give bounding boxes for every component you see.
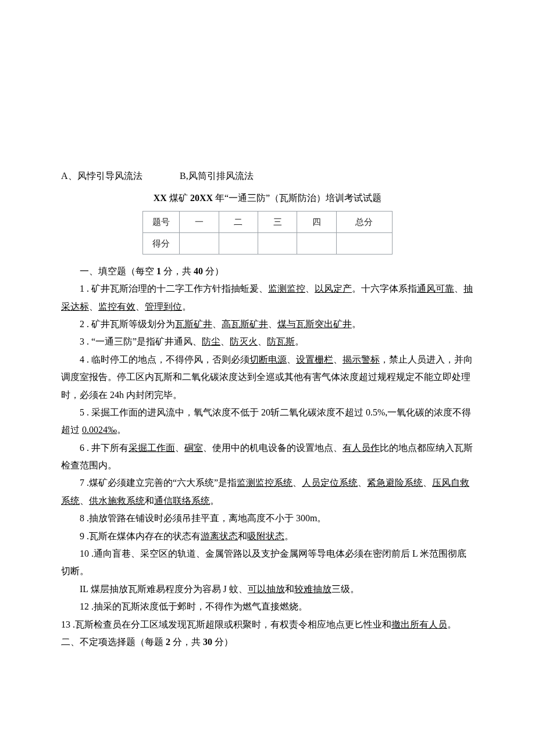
table-row: 题号 一 二 三 四 总分 — [143, 211, 393, 232]
q9-blank: 吸附状态 — [247, 531, 284, 541]
q11-text: IL 煤层抽放瓦斯难易程度分为容易 J 蚊、 — [80, 584, 248, 594]
q2-text: 。 — [352, 319, 361, 329]
q1-text: 。十六字体系指 — [352, 284, 417, 293]
title-mid1: 煤矿 — [167, 193, 190, 203]
q11-text: 和 — [285, 584, 294, 594]
q12-text: 12 .抽采的瓦斯浓度低于邺时，不得作为燃气直接燃烧。 — [80, 601, 308, 611]
heading-points: 1 — [156, 266, 161, 276]
option-a: A、风悖引导风流法 — [61, 167, 177, 185]
score-table: 题号 一 二 三 四 总分 得分 — [142, 211, 393, 255]
document-page: A、风悖引导风流法 B,风筒引排风流法 XX 煤矿 20XX 年“一通三防”（瓦… — [0, 0, 535, 756]
q1-blank: 监测监控 — [268, 284, 305, 293]
q3-blank: 防灭火 — [230, 336, 258, 346]
q4-text: 4 . 临时停工的地点，不得停风，否则必须 — [80, 354, 249, 364]
q1-text: 1 . 矿井瓦斯治理的十二字工作方针指抽蚯爰、 — [80, 284, 268, 293]
title-year: 20XX — [190, 193, 213, 203]
question-12: 12 .抽采的瓦斯浓度低于邺时，不得作为燃气直接燃烧。 — [61, 598, 474, 615]
question-5: 5 . 采掘工作面的进风流中，氧气浓度不低于 20斩二氧化碳浓度不超过 0.5%… — [61, 404, 474, 439]
q3-text: 3 . “一通三防”是指矿井通风、 — [80, 336, 202, 346]
heading-text: 一、填空题（每空 — [80, 266, 156, 276]
cell-col4: 四 — [297, 211, 336, 232]
q2-blank: 煤与瓦斯突出矿井 — [277, 319, 352, 329]
q13-blank: 撤出所有人员 — [391, 619, 447, 629]
q9-text: 和 — [238, 531, 247, 541]
q4-text: 、 — [333, 354, 343, 364]
cell-label: 题号 — [143, 211, 180, 232]
heading-text: 分） — [212, 637, 233, 647]
q7-text: 、 — [423, 478, 432, 488]
cell-col3: 三 — [258, 211, 297, 232]
q10-text: 10 .通向盲巷、采空区的轨道、金属管路以及支护金属网等导电体必须在密闭前后 L… — [61, 549, 466, 576]
q3-text: 。 — [295, 336, 304, 346]
q3-blank: 防尘 — [202, 336, 220, 346]
cell-total: 总分 — [336, 211, 392, 232]
q7-text: 和 — [145, 496, 154, 506]
q6-text: 、使用中的机电设备的设置地点、 — [203, 443, 343, 453]
q7-blank: 人员定位系统 — [302, 478, 358, 488]
heading-total: 40 — [194, 266, 203, 276]
cell-blank — [258, 232, 297, 254]
option-line: A、风悖引导风流法 B,风筒引排风流法 — [61, 167, 474, 185]
q1-blank: 管理到位 — [145, 302, 182, 311]
q9-text: 9 .瓦斯在煤体内存在的状态有 — [80, 531, 201, 541]
cell-blank — [180, 232, 219, 254]
table-row: 得分 — [143, 232, 393, 254]
title-prefix: XX — [154, 193, 167, 203]
section-1-heading: 一、填空题（每空 1 分，共 40 分） — [61, 263, 474, 280]
question-11: IL 煤层抽放瓦斯难易程度分为容易 J 蚊、可以抽放和较难抽放三级。 — [61, 581, 474, 598]
q9-blank: 游离状态 — [201, 531, 238, 541]
q13-text: 。 — [447, 619, 456, 629]
q7-text: 。 — [210, 496, 219, 506]
q1-blank: 通风可靠 — [417, 284, 454, 293]
q3-text: 、 — [258, 336, 267, 346]
q1-text: 、 — [305, 284, 315, 293]
heading-text: 分，共 — [170, 637, 203, 647]
cell-label: 得分 — [143, 232, 180, 254]
q7-text: 、 — [293, 478, 302, 488]
q9-text: 。 — [284, 531, 294, 541]
exam-title: XX 煤矿 20XX 年“一通三防”（瓦斯防治）培训考试试题 — [61, 189, 474, 207]
question-4: 4 . 临时停工的地点，不得停风，否则必须切断电源、设置栅栏、揭示警标，禁止人员… — [61, 351, 474, 404]
q7-blank: 供水施救系统 — [89, 496, 145, 506]
q4-blank: 设置栅栏 — [296, 354, 333, 364]
question-8: 8 .抽放管路在铺设时必须吊挂平直，离地高度不小于 300m。 — [61, 510, 474, 527]
question-10: 10 .通向盲巷、采空区的轨道、金属管路以及支护金属网等导电体必须在密闭前后 L… — [61, 545, 474, 581]
heading-text: 二、不定项选择题（每题 — [61, 637, 166, 647]
option-b: B,风筒引排风流法 — [180, 167, 254, 185]
q11-text: 三级。 — [331, 584, 359, 594]
q5-text: 。 — [117, 425, 126, 435]
q5-blank: 0.0024‰ — [82, 425, 117, 435]
q7-text: 7 .煤矿必须建立完善的“六大系统”是指 — [80, 478, 237, 488]
cell-col2: 二 — [219, 211, 258, 232]
q3-text: 、 — [220, 336, 230, 346]
q4-blank: 切断电源 — [249, 354, 287, 364]
q7-text: 、 — [80, 496, 89, 506]
cell-blank — [219, 232, 258, 254]
q7-blank: 紧急避险系统 — [367, 478, 423, 488]
q6-text: 、 — [175, 443, 184, 453]
cell-blank — [297, 232, 336, 254]
heading-total: 30 — [203, 637, 212, 647]
question-1: 1 . 矿井瓦斯治理的十二字工作方针指抽蚯爰、监测监控、以风定产。十六字体系指通… — [61, 280, 474, 316]
q6-text: 6 . 井下所有 — [80, 443, 129, 453]
heading-text: 分，共 — [161, 266, 194, 276]
q6-blank: 采掘工作面 — [129, 443, 175, 453]
section-2-heading: 二、不定项选择题（每题 2 分，共 30 分） — [61, 633, 474, 651]
heading-text: 分） — [203, 266, 224, 276]
question-13: 13 .瓦斯检查员在分工区域发现瓦斯超限或积聚时，有权责令相应地点更匕性业和撤出… — [61, 616, 474, 633]
q11-blank: 可以抽放 — [248, 584, 285, 594]
q4-text: 、 — [287, 354, 296, 364]
q1-text: 、 — [454, 284, 463, 293]
question-9: 9 .瓦斯在煤体内存在的状态有游离状态和吸附状态。 — [61, 528, 474, 545]
title-rest: 年“一通三防”（瓦斯防治）培训考试试题 — [213, 193, 381, 203]
q2-blank: 瓦斯矿井 — [175, 319, 212, 329]
q2-text: 、 — [268, 319, 277, 329]
question-7: 7 .煤矿必须建立完善的“六大系统”是指监测监控系统、人员定位系统、紧急避险系统… — [61, 474, 474, 510]
q6-blank: 硐室 — [184, 443, 203, 453]
q2-text: 2 . 矿井瓦斯等级划分为 — [80, 319, 175, 329]
cell-col1: 一 — [180, 211, 219, 232]
q1-text: 、 — [89, 302, 98, 311]
q6-blank: 有人员作 — [343, 443, 380, 453]
question-2: 2 . 矿井瓦斯等级划分为瓦斯矿井、高瓦斯矿井、煤与瓦斯突出矿井。 — [61, 316, 474, 333]
question-6: 6 . 井下所有采掘工作面、硐室、使用中的机电设备的设置地点、有人员作比的地点都… — [61, 439, 474, 475]
